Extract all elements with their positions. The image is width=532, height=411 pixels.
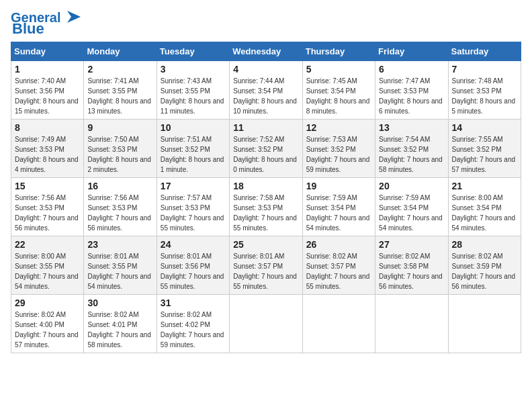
- calendar-day-cell: 18Sunrise: 7:58 AMSunset: 3:53 PMDayligh…: [230, 178, 302, 236]
- day-info: Sunrise: 7:52 AMSunset: 3:52 PMDaylight:…: [233, 134, 298, 175]
- day-info: Sunrise: 7:49 AMSunset: 3:53 PMDaylight:…: [15, 134, 80, 175]
- calendar-day-cell: 19Sunrise: 7:59 AMSunset: 3:54 PMDayligh…: [302, 178, 375, 236]
- calendar-day-cell: 11Sunrise: 7:52 AMSunset: 3:52 PMDayligh…: [230, 120, 302, 178]
- weekday-header-cell: Wednesday: [230, 42, 302, 61]
- day-number: 5: [306, 64, 371, 75]
- day-number: 16: [87, 181, 152, 191]
- day-info: Sunrise: 7:47 AMSunset: 3:53 PMDaylight:…: [379, 76, 444, 116]
- day-number: 28: [452, 239, 517, 250]
- calendar-day-cell: 13Sunrise: 7:54 AMSunset: 3:52 PMDayligh…: [375, 120, 448, 178]
- calendar-day-cell: 14Sunrise: 7:55 AMSunset: 3:52 PMDayligh…: [448, 120, 521, 178]
- calendar-day-cell: 20Sunrise: 7:59 AMSunset: 3:54 PMDayligh…: [375, 178, 448, 236]
- day-info: Sunrise: 7:45 AMSunset: 3:54 PMDaylight:…: [306, 76, 371, 116]
- calendar-day-cell: 17Sunrise: 7:57 AMSunset: 3:53 PMDayligh…: [157, 178, 229, 236]
- day-info: Sunrise: 8:02 AMSunset: 4:02 PMDaylight:…: [161, 310, 226, 350]
- calendar-day-cell: 25Sunrise: 8:01 AMSunset: 3:57 PMDayligh…: [230, 236, 302, 295]
- calendar-day-cell: 21Sunrise: 8:00 AMSunset: 3:54 PMDayligh…: [448, 178, 521, 236]
- day-info: Sunrise: 7:48 AMSunset: 3:53 PMDaylight:…: [452, 76, 517, 116]
- calendar-day-cell: 3Sunrise: 7:43 AMSunset: 3:55 PMDaylight…: [157, 61, 229, 120]
- day-number: 6: [379, 64, 444, 75]
- day-number: 14: [452, 122, 517, 133]
- day-info: Sunrise: 7:44 AMSunset: 3:54 PMDaylight:…: [233, 76, 298, 116]
- logo-arrow-icon: [62, 9, 82, 24]
- day-number: 24: [161, 239, 226, 250]
- day-number: 19: [306, 181, 371, 191]
- day-info: Sunrise: 7:59 AMSunset: 3:54 PMDaylight:…: [306, 193, 371, 233]
- day-number: 30: [87, 298, 152, 308]
- calendar-day-cell: 7Sunrise: 7:48 AMSunset: 3:53 PMDaylight…: [448, 61, 521, 120]
- day-number: 11: [233, 122, 298, 133]
- calendar-day-cell: 23Sunrise: 8:01 AMSunset: 3:55 PMDayligh…: [84, 236, 157, 295]
- weekday-header-cell: Saturday: [448, 42, 521, 61]
- day-info: Sunrise: 8:02 AMSunset: 3:57 PMDaylight:…: [306, 251, 371, 291]
- day-info: Sunrise: 7:56 AMSunset: 3:53 PMDaylight:…: [87, 193, 152, 233]
- calendar-week-row: 1Sunrise: 7:40 AMSunset: 3:56 PMDaylight…: [11, 61, 521, 120]
- day-info: Sunrise: 7:41 AMSunset: 3:55 PMDaylight:…: [87, 76, 152, 116]
- day-number: 23: [87, 239, 152, 250]
- day-number: 12: [306, 122, 371, 133]
- day-info: Sunrise: 7:56 AMSunset: 3:53 PMDaylight:…: [15, 193, 80, 233]
- day-number: 9: [87, 122, 152, 133]
- svg-marker-0: [67, 11, 81, 23]
- calendar-day-cell: 24Sunrise: 8:01 AMSunset: 3:56 PMDayligh…: [157, 236, 229, 295]
- day-number: 3: [161, 64, 226, 75]
- weekday-header-cell: Sunday: [11, 42, 84, 61]
- calendar-day-cell: 15Sunrise: 7:56 AMSunset: 3:53 PMDayligh…: [11, 178, 84, 236]
- day-info: Sunrise: 7:59 AMSunset: 3:54 PMDaylight:…: [379, 193, 444, 233]
- calendar-day-cell: 30Sunrise: 8:02 AMSunset: 4:01 PMDayligh…: [84, 295, 157, 353]
- day-number: 8: [15, 122, 80, 133]
- calendar-body: 1Sunrise: 7:40 AMSunset: 3:56 PMDaylight…: [11, 61, 521, 353]
- day-number: 22: [15, 239, 80, 250]
- calendar-week-row: 8Sunrise: 7:49 AMSunset: 3:53 PMDaylight…: [11, 120, 521, 178]
- calendar-day-cell: 16Sunrise: 7:56 AMSunset: 3:53 PMDayligh…: [84, 178, 157, 236]
- day-info: Sunrise: 8:01 AMSunset: 3:55 PMDaylight:…: [87, 251, 152, 291]
- calendar-day-cell: 9Sunrise: 7:50 AMSunset: 3:53 PMDaylight…: [84, 120, 157, 178]
- day-number: 7: [452, 64, 517, 75]
- calendar-day-cell: 8Sunrise: 7:49 AMSunset: 3:53 PMDaylight…: [11, 120, 84, 178]
- day-number: 1: [15, 64, 80, 75]
- day-info: Sunrise: 8:02 AMSunset: 4:01 PMDaylight:…: [87, 310, 152, 350]
- calendar-day-cell: 1Sunrise: 7:40 AMSunset: 3:56 PMDaylight…: [11, 61, 84, 120]
- day-info: Sunrise: 8:00 AMSunset: 3:55 PMDaylight:…: [15, 251, 80, 291]
- calendar-day-cell: 5Sunrise: 7:45 AMSunset: 3:54 PMDaylight…: [302, 61, 375, 120]
- day-number: 21: [452, 181, 517, 191]
- day-number: 29: [15, 298, 80, 308]
- calendar-day-cell: 26Sunrise: 8:02 AMSunset: 3:57 PMDayligh…: [302, 236, 375, 295]
- day-info: Sunrise: 8:02 AMSunset: 3:58 PMDaylight:…: [379, 251, 444, 291]
- day-info: Sunrise: 8:01 AMSunset: 3:57 PMDaylight:…: [233, 251, 298, 291]
- day-number: 10: [161, 122, 226, 133]
- day-info: Sunrise: 8:02 AMSunset: 4:00 PMDaylight:…: [15, 310, 80, 350]
- calendar-day-cell: [230, 295, 302, 353]
- calendar-week-row: 22Sunrise: 8:00 AMSunset: 3:55 PMDayligh…: [11, 236, 521, 295]
- calendar-day-cell: 22Sunrise: 8:00 AMSunset: 3:55 PMDayligh…: [11, 236, 84, 295]
- day-info: Sunrise: 7:51 AMSunset: 3:52 PMDaylight:…: [161, 134, 226, 175]
- day-number: 18: [233, 181, 298, 191]
- day-info: Sunrise: 8:01 AMSunset: 3:56 PMDaylight:…: [161, 251, 226, 291]
- day-info: Sunrise: 7:54 AMSunset: 3:52 PMDaylight:…: [379, 134, 444, 175]
- weekday-header-row: SundayMondayTuesdayWednesdayThursdayFrid…: [11, 42, 521, 61]
- day-number: 31: [161, 298, 226, 308]
- logo: General Blue: [11, 11, 82, 36]
- day-info: Sunrise: 7:43 AMSunset: 3:55 PMDaylight:…: [161, 76, 226, 116]
- calendar-table: SundayMondayTuesdayWednesdayThursdayFrid…: [11, 42, 521, 353]
- weekday-header-cell: Thursday: [302, 42, 375, 61]
- calendar-day-cell: [375, 295, 448, 353]
- day-number: 17: [161, 181, 226, 191]
- calendar-day-cell: 29Sunrise: 8:02 AMSunset: 4:00 PMDayligh…: [11, 295, 84, 353]
- day-number: 26: [306, 239, 371, 250]
- day-number: 4: [233, 64, 298, 75]
- day-info: Sunrise: 8:02 AMSunset: 3:59 PMDaylight:…: [452, 251, 517, 291]
- calendar-day-cell: 4Sunrise: 7:44 AMSunset: 3:54 PMDaylight…: [230, 61, 302, 120]
- calendar-day-cell: 12Sunrise: 7:53 AMSunset: 3:52 PMDayligh…: [302, 120, 375, 178]
- calendar-day-cell: [448, 295, 521, 353]
- day-info: Sunrise: 7:50 AMSunset: 3:53 PMDaylight:…: [87, 134, 152, 175]
- logo-blue-text: Blue: [12, 21, 44, 36]
- weekday-header-cell: Tuesday: [157, 42, 229, 61]
- day-info: Sunrise: 7:55 AMSunset: 3:52 PMDaylight:…: [452, 134, 517, 175]
- calendar-day-cell: 28Sunrise: 8:02 AMSunset: 3:59 PMDayligh…: [448, 236, 521, 295]
- day-number: 13: [379, 122, 444, 133]
- calendar-day-cell: [302, 295, 375, 353]
- calendar-day-cell: 2Sunrise: 7:41 AMSunset: 3:55 PMDaylight…: [84, 61, 157, 120]
- day-info: Sunrise: 7:57 AMSunset: 3:53 PMDaylight:…: [161, 193, 226, 233]
- day-number: 20: [379, 181, 444, 191]
